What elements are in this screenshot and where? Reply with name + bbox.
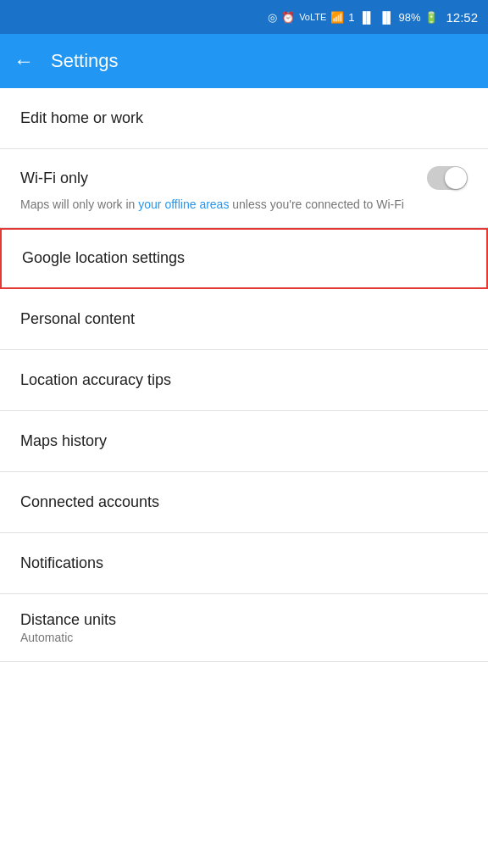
signal2-icon: ▐▌ [379,11,394,24]
location-icon: ◎ [268,11,277,24]
wifi-only-toggle[interactable] [427,166,468,190]
connected-accounts-label: Connected accounts [20,493,159,511]
battery-label: 98% [398,11,420,24]
setting-google-location[interactable]: Google location settings [0,228,488,289]
setting-location-accuracy[interactable]: Location accuracy tips [0,350,488,411]
wifi-desc-suffix: unless you're connected to Wi-Fi [229,198,404,211]
app-bar: ← Settings [0,34,488,88]
setting-wifi-only[interactable]: Wi-Fi only Maps will only work in your o… [0,149,488,228]
setting-edit-home-work[interactable]: Edit home or work [0,88,488,149]
maps-history-label: Maps history [20,432,107,450]
page-title: Settings [51,50,119,72]
alarm-icon: ⏰ [281,11,295,24]
battery-icon: 🔋 [424,11,438,24]
setting-notifications[interactable]: Notifications [0,533,488,594]
wifi-description: Maps will only work in your offline area… [20,197,468,214]
status-bar: ◎ ⏰ VoLTE 📶 1 ▐▌ ▐▌ 98% 🔋 12:52 [0,0,488,34]
toggle-knob [445,167,467,189]
volte-icon: VoLTE [299,12,326,22]
setting-personal-content[interactable]: Personal content [0,289,488,350]
settings-list: Edit home or work Wi-Fi only Maps will o… [0,88,488,662]
setting-distance-units[interactable]: Distance units Automatic [0,594,488,662]
status-icons: ◎ ⏰ VoLTE 📶 1 ▐▌ ▐▌ 98% 🔋 12:52 [268,10,478,25]
google-location-label: Google location settings [22,249,185,267]
edit-home-work-label: Edit home or work [20,109,143,127]
setting-connected-accounts[interactable]: Connected accounts [0,472,488,533]
back-button[interactable]: ← [14,49,34,73]
notifications-label: Notifications [20,554,103,572]
personal-content-label: Personal content [20,310,135,328]
distance-units-label: Distance units [20,611,116,629]
location-accuracy-label: Location accuracy tips [20,371,171,389]
wifi-desc-link[interactable]: your offline areas [138,198,229,211]
distance-units-sublabel: Automatic [20,631,116,644]
sim1-icon: 1 [348,11,354,24]
setting-maps-history[interactable]: Maps history [0,411,488,472]
distance-units-group: Distance units Automatic [20,611,116,644]
signal-icon: ▐▌ [359,11,374,24]
wifi-only-label: Wi-Fi only [20,170,88,187]
status-time: 12:52 [446,10,478,25]
wifi-desc-plain: Maps will only work in [20,198,138,211]
wifi-icon: 📶 [330,11,344,24]
